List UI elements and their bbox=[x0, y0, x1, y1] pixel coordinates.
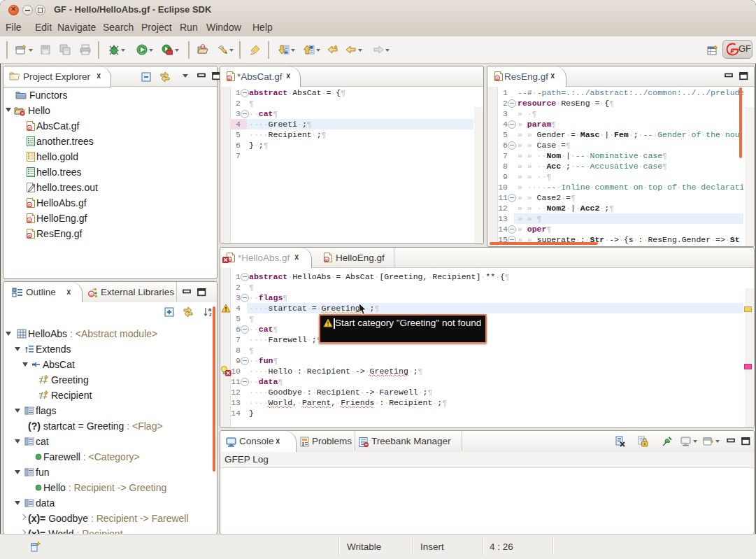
svg-text:z: z bbox=[209, 311, 212, 318]
